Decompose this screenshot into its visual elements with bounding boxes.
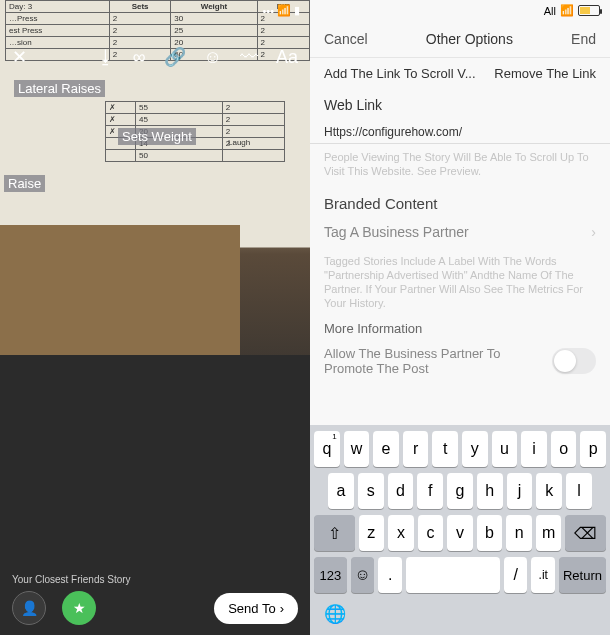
nav-title: Other Options (426, 31, 513, 47)
shift-key[interactable]: ⇧ (314, 515, 355, 551)
key-a[interactable]: a (328, 473, 354, 509)
key-b[interactable]: b (477, 515, 503, 551)
globe-icon[interactable]: 🌐 (324, 604, 346, 624)
cancel-button[interactable]: Cancel (324, 31, 368, 47)
chevron-right-icon: › (280, 601, 284, 616)
wifi-icon: 📶 (560, 4, 574, 17)
text-overlay-raise[interactable]: Raise (4, 175, 45, 192)
spacebar-key[interactable] (406, 557, 500, 593)
slash-key[interactable]: / (504, 557, 528, 593)
link-icon[interactable]: 🔗 (164, 46, 186, 68)
signal-icon: ••• (262, 5, 274, 17)
key-k[interactable]: k (536, 473, 562, 509)
remove-link-button[interactable]: Remove The Link (494, 66, 596, 81)
key-w[interactable]: w (344, 431, 370, 467)
key-m[interactable]: m (536, 515, 562, 551)
key-u[interactable]: u (492, 431, 518, 467)
sticker-icon[interactable]: ☺ (204, 47, 222, 68)
key-e[interactable]: e (373, 431, 399, 467)
return-key[interactable]: Return (559, 557, 606, 593)
period-key[interactable]: . (378, 557, 402, 593)
other-options-panel: All 📶 Cancel Other Options End Add The L… (310, 0, 610, 635)
key-t[interactable]: t (432, 431, 458, 467)
more-information-link[interactable]: More Information (310, 317, 610, 340)
key-q[interactable]: q1 (314, 431, 340, 467)
battery-icon: ▮ (294, 4, 300, 17)
audience-caption: Your Closest Friends Story (12, 574, 131, 585)
close-icon[interactable]: ✕ (12, 46, 27, 68)
draw-icon[interactable]: 〰 (240, 47, 258, 68)
key-i[interactable]: i (521, 431, 547, 467)
infinity-icon[interactable]: ∞ (133, 47, 146, 68)
key-d[interactable]: d (388, 473, 414, 509)
key-z[interactable]: z (359, 515, 385, 551)
key-h[interactable]: h (477, 473, 503, 509)
tag-partner-row[interactable]: Tag A Business Partner › (310, 216, 610, 248)
send-to-button[interactable]: Send To › (214, 593, 298, 624)
text-overlay-lateral[interactable]: Lateral Raises (14, 80, 105, 97)
dotcom-key[interactable]: .it (531, 557, 555, 593)
link-action-row: Add The Link To Scroll V... Remove The L… (310, 57, 610, 89)
promote-toggle-label: Allow The Business Partner To Promote Th… (324, 346, 524, 376)
wifi-icon: 📶 (277, 4, 291, 17)
promote-toggle-row: Allow The Business Partner To Promote Th… (310, 340, 610, 382)
backspace-key[interactable]: ⌫ (565, 515, 606, 551)
battery-icon (578, 5, 600, 16)
nav-bar: Cancel Other Options End (310, 21, 610, 57)
key-y[interactable]: y (462, 431, 488, 467)
status-bar: ••• 📶 ▮ (262, 4, 300, 17)
tag-helper-text: Tagged Stories Include A Label With The … (310, 248, 610, 317)
story-bottom-bar: 👤 ★ Send To › (0, 591, 310, 625)
ios-keyboard: q1wertyuiop asdfghjkl ⇧ zxcvbnm ⌫ 123 ☺ … (310, 425, 610, 635)
corkboard (0, 225, 240, 355)
text-icon[interactable]: Aa (276, 47, 298, 68)
add-link-label[interactable]: Add The Link To Scroll V... (324, 66, 476, 81)
key-n[interactable]: n (506, 515, 532, 551)
key-s[interactable]: s (358, 473, 384, 509)
numbers-key[interactable]: 123 (314, 557, 347, 593)
key-l[interactable]: l (566, 473, 592, 509)
link-helper-text: People Viewing The Story Will Be Able To… (310, 144, 610, 185)
key-f[interactable]: f (417, 473, 443, 509)
branded-content-header: Branded Content (310, 185, 610, 216)
key-p[interactable]: p (580, 431, 606, 467)
key-r[interactable]: r (403, 431, 429, 467)
close-friends-button[interactable]: ★ (62, 591, 96, 625)
story-toolbar: ✕ ⭳ ∞ 🔗 ☺ 〰 Aa (0, 46, 310, 68)
emoji-key[interactable]: ☺ (351, 557, 375, 593)
promote-toggle[interactable] (552, 348, 596, 374)
text-overlay-sets-weight[interactable]: Sets Weight (118, 128, 196, 145)
end-button[interactable]: End (571, 31, 596, 47)
key-v[interactable]: v (447, 515, 473, 551)
key-j[interactable]: j (507, 473, 533, 509)
chevron-right-icon: › (591, 224, 596, 240)
your-story-button[interactable]: 👤 (12, 591, 46, 625)
laugh-label: Laugh (228, 138, 250, 147)
key-c[interactable]: c (418, 515, 444, 551)
key-x[interactable]: x (388, 515, 414, 551)
web-link-label: Web Link (310, 89, 610, 121)
key-g[interactable]: g (447, 473, 473, 509)
story-editor-panel: Day: 3 Sets Weight PIR …Press2302 est Pr… (0, 0, 310, 635)
url-input[interactable]: Https://configurehow.com/ (310, 121, 610, 144)
ipad-status-bar: All 📶 (310, 0, 610, 21)
download-icon[interactable]: ⭳ (97, 47, 115, 68)
key-o[interactable]: o (551, 431, 577, 467)
